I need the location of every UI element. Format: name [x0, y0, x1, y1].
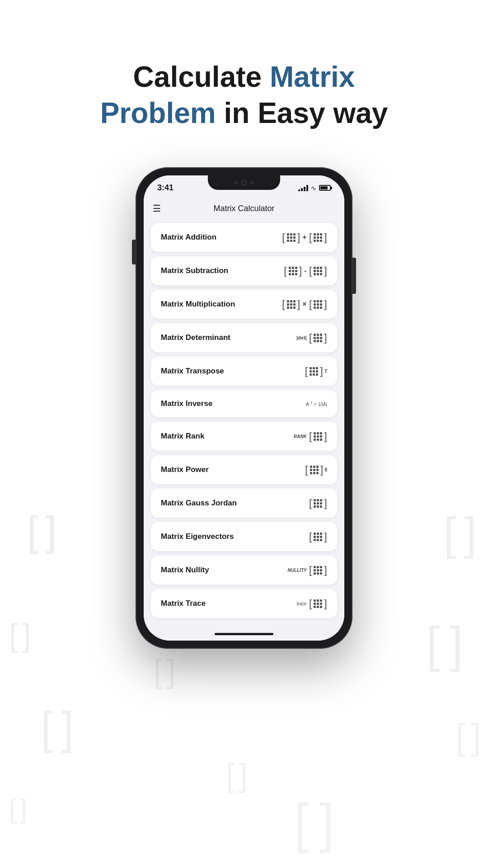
menu-label-inverse: Matrix Inverse: [161, 399, 212, 408]
headline-text-calculate: Calculate: [133, 61, 270, 93]
app-title: Matrix Calculator: [213, 204, 274, 213]
status-bar: 3:41 ∿: [144, 175, 344, 200]
signal-bar-1: [298, 189, 300, 191]
status-icons: ∿: [298, 184, 331, 192]
signal-bar-4: [306, 185, 308, 191]
headline: Calculate Matrix Problem in Easy way: [100, 59, 388, 131]
menu-label-multiplication: Matrix Multiplication: [161, 300, 235, 309]
signal-bar-2: [301, 188, 303, 191]
app-header: ☰ Matrix Calculator: [144, 200, 344, 218]
notch-camera: [241, 180, 247, 185]
icon-eigenvectors: [ ]: [309, 531, 327, 542]
headline-problem: Problem: [100, 97, 216, 129]
icon-determinant: |det| [ ]: [296, 332, 327, 343]
icon-inverse: A-1 = 1/|A|: [306, 401, 327, 407]
menu-label-eigenvectors: Matrix Eigenvectors: [161, 532, 234, 541]
notch: [208, 175, 280, 190]
page-content: Calculate Matrix Problem in Easy way 3:4…: [0, 0, 488, 852]
signal-icon: [298, 185, 308, 191]
menu-item-power[interactable]: Matrix Power [ ] 8: [151, 455, 337, 484]
icon-addition: [ ] + [: [282, 232, 327, 243]
menu-item-trace[interactable]: Matrix Trace trace [ ]: [151, 589, 337, 618]
menu-item-eigenvectors[interactable]: Matrix Eigenvectors [ ]: [151, 522, 337, 551]
icon-trace: trace [ ]: [296, 598, 327, 609]
menu-label-determinant: Matrix Determinant: [161, 333, 230, 342]
notch-dot-left: [234, 181, 238, 184]
menu-label-gauss-jordan: Matrix Gauss Jordan: [161, 499, 237, 508]
headline-easy: in Easy way: [216, 97, 388, 129]
battery-fill: [320, 186, 328, 189]
menu-item-inverse[interactable]: Matrix Inverse A-1 = 1/|A|: [151, 390, 337, 417]
icon-transpose: [ ] T: [305, 366, 327, 377]
status-time: 3:41: [157, 183, 174, 193]
wifi-icon: ∿: [311, 184, 316, 192]
phone-outer-shell: 3:41 ∿: [136, 167, 352, 649]
signal-bar-3: [304, 187, 305, 191]
menu-label-subtraction: Matrix Subtraction: [161, 266, 228, 275]
menu-item-rank[interactable]: Matrix Rank RANK [ ]: [151, 422, 337, 451]
menu-item-gauss-jordan[interactable]: Matrix Gauss Jordan [ ]: [151, 489, 337, 518]
icon-gauss: [ ]: [309, 498, 327, 509]
battery-icon: [319, 185, 331, 191]
phone-mockup: 3:41 ∿: [136, 167, 352, 649]
hamburger-icon[interactable]: ☰: [153, 204, 161, 213]
menu-list: Matrix Addition [ ] + [: [144, 218, 344, 627]
phone-screen: 3:41 ∿: [144, 175, 344, 641]
notch-dot-right: [250, 181, 254, 184]
home-bar: [215, 633, 273, 635]
headline-matrix: Matrix: [270, 61, 355, 93]
menu-label-nullity: Matrix Nullity: [161, 566, 209, 575]
icon-subtraction: [ ] - [: [284, 265, 327, 276]
menu-item-multiplication[interactable]: Matrix Multiplication [ ] × [: [151, 290, 337, 319]
icon-rank: RANK [ ]: [294, 431, 327, 442]
menu-label-power: Matrix Power: [161, 465, 209, 474]
menu-item-subtraction[interactable]: Matrix Subtraction [ ] - [: [151, 256, 337, 285]
menu-item-determinant[interactable]: Matrix Determinant |det| [ ]: [151, 323, 337, 352]
menu-label-transpose: Matrix Transpose: [161, 367, 224, 376]
menu-label-trace: Matrix Trace: [161, 599, 206, 608]
menu-item-transpose[interactable]: Matrix Transpose [ ] T: [151, 357, 337, 386]
menu-item-nullity[interactable]: Matrix Nullity NULLITY [ ]: [151, 556, 337, 585]
menu-item-addition[interactable]: Matrix Addition [ ] + [: [151, 223, 337, 252]
menu-label-rank: Matrix Rank: [161, 432, 204, 441]
menu-label-addition: Matrix Addition: [161, 233, 216, 242]
icon-multiplication: [ ] × [: [282, 299, 327, 310]
icon-nullity: NULLITY [ ]: [287, 565, 327, 576]
home-indicator: [144, 627, 344, 641]
bottom-decoration-area: [0, 662, 488, 852]
icon-power: [ ] 8: [305, 464, 327, 475]
